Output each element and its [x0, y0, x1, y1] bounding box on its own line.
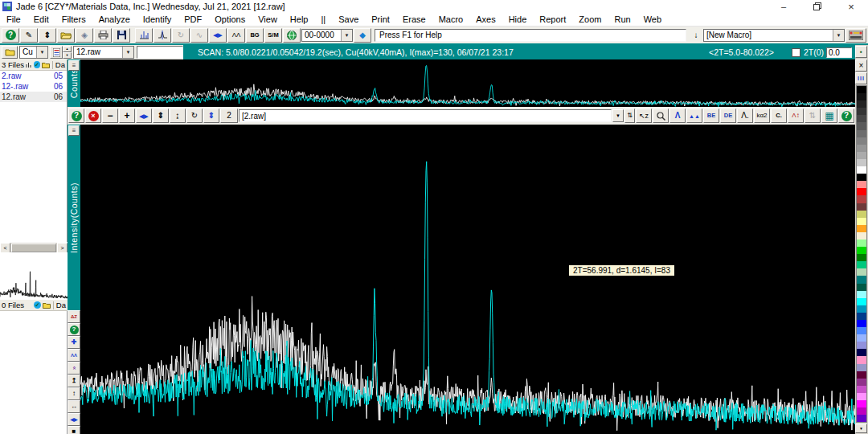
line-style-button[interactable]: III [855, 72, 867, 84]
smooth-button[interactable]: ∿ [190, 28, 208, 43]
chevron-down-icon[interactable]: ▼ [122, 47, 133, 58]
menu-item-pdf[interactable]: PDF [178, 14, 208, 24]
open-file-button[interactable] [57, 28, 75, 43]
zoom-tool-button[interactable] [653, 108, 669, 123]
menu-item-separator[interactable]: || [314, 14, 332, 24]
chevron-down-icon[interactable]: ▼ [833, 30, 844, 41]
color-swatch[interactable] [857, 225, 866, 232]
menu-item-help[interactable]: Help [284, 14, 315, 24]
color-swatch[interactable] [857, 181, 866, 188]
scrollbar-thumb[interactable] [11, 244, 56, 252]
fit-width-button[interactable]: ↔ [68, 400, 80, 413]
peak-scale-button[interactable]: Λ↕ [788, 108, 804, 123]
normalize-button[interactable]: ⇕ [203, 108, 219, 123]
current-file-combo[interactable]: 12.raw ▼ [73, 46, 134, 59]
color-swatch[interactable] [857, 268, 866, 276]
thumbnail-scrollbar[interactable]: < > [0, 242, 68, 252]
color-swatch[interactable] [857, 195, 866, 203]
save-button[interactable] [113, 28, 130, 43]
grid-toggle-button[interactable]: ▦ [821, 108, 837, 123]
color-swatch[interactable] [857, 174, 866, 181]
color-swatch[interactable] [857, 159, 866, 166]
pan-button[interactable]: ✚ [68, 336, 80, 349]
menu-item-save[interactable]: Save [332, 14, 365, 24]
color-swatch[interactable] [857, 188, 866, 195]
file-row[interactable]: 2.raw05 [0, 71, 67, 81]
color-swatch[interactable] [857, 327, 866, 334]
anode-combo[interactable]: Cu ▼ [19, 46, 48, 59]
cursor-mode-button[interactable]: ↖z [636, 108, 652, 123]
zoom-in-button[interactable]: + [119, 108, 135, 123]
ka2-strip-button[interactable]: kα2 [754, 108, 770, 123]
color-swatch[interactable] [857, 334, 866, 342]
color-swatch[interactable] [857, 305, 866, 313]
data-edit-button[interactable]: DE [720, 108, 736, 123]
color-swatch[interactable] [857, 240, 866, 247]
color-swatch[interactable] [857, 320, 866, 327]
overlay-spinner[interactable]: ⇅ [624, 108, 635, 123]
pdf-database-button[interactable] [283, 28, 301, 43]
collapse-button[interactable]: « [68, 362, 80, 375]
menu-item-report[interactable]: Report [533, 14, 572, 24]
color-swatch[interactable] [857, 247, 866, 254]
menu-item-options[interactable]: Options [208, 14, 252, 24]
menu-item-view[interactable]: View [252, 14, 284, 24]
color-swatch[interactable] [857, 407, 866, 415]
menu-item-axes[interactable]: Axes [469, 14, 502, 24]
delta-z-button[interactable]: ΔZ [68, 310, 80, 323]
color-swatch[interactable] [857, 232, 866, 240]
color-swatch[interactable] [857, 364, 866, 371]
pattern-thumbnail[interactable] [0, 252, 68, 300]
peak-cursor-button[interactable] [154, 28, 171, 43]
color-swatch[interactable] [857, 166, 866, 174]
color-swatch[interactable] [857, 100, 866, 108]
color-swatch[interactable] [857, 393, 866, 400]
color-swatch[interactable] [857, 218, 866, 225]
folder-button[interactable] [2, 46, 18, 59]
overlay-file-field[interactable]: [2.raw] [239, 109, 612, 122]
color-swatch[interactable] [857, 108, 866, 115]
plot-help2-button[interactable]: ? [838, 108, 854, 123]
color-swatch[interactable] [857, 356, 866, 363]
area-fill-button[interactable]: ▲▲ [686, 108, 702, 123]
minimize-button[interactable]: – [767, 0, 800, 13]
color-swatch[interactable] [857, 379, 866, 386]
overlay-dropdown-button[interactable]: ▼ [612, 109, 624, 122]
color-swatch[interactable] [857, 349, 866, 356]
peak-id-button[interactable]: Λ [669, 108, 686, 123]
color-swatch[interactable] [857, 261, 866, 268]
color-swatch[interactable] [857, 371, 866, 379]
menu-item-print[interactable]: Print [365, 14, 396, 24]
help-button[interactable]: ? [2, 28, 19, 43]
retrieve-pdf-button[interactable]: ◆ [354, 28, 371, 43]
file-row[interactable]: 12-.raw06 [0, 81, 67, 92]
scale-top-button[interactable]: ↥ [68, 375, 80, 387]
main-pattern-plot[interactable]: 2T=56.991, d=1.6145, I=83 [80, 125, 855, 434]
background-button[interactable]: BG [246, 28, 264, 43]
color-swatch[interactable] [857, 276, 866, 283]
color-swatch[interactable] [857, 415, 866, 422]
menu-item-analyze[interactable]: Analyze [92, 14, 137, 24]
color-swatch[interactable] [857, 386, 866, 393]
color-swatch[interactable] [857, 284, 866, 291]
menu-item-macro[interactable]: Macro [432, 14, 470, 24]
color-swatch[interactable] [857, 254, 866, 261]
file-row[interactable]: 12.raw06 [0, 92, 67, 102]
color-swatch[interactable] [857, 122, 866, 129]
calibrate-button[interactable]: C. [771, 108, 787, 123]
menu-item-file[interactable]: File [0, 14, 27, 24]
palette-close-button[interactable]: × [855, 59, 867, 72]
color-swatch[interactable] [857, 313, 866, 320]
menu-item-identify[interactable]: Identify [137, 14, 178, 24]
scale-updown-button[interactable]: ⇕ [39, 28, 56, 43]
scroll-left-icon[interactable]: < [0, 243, 10, 253]
panel-grip[interactable]: ≡ [68, 60, 80, 71]
smooth-merge-button[interactable]: S/M [264, 28, 282, 43]
color-swatch[interactable] [857, 130, 866, 137]
profile-fit-button[interactable]: ΛΛ [227, 28, 245, 43]
background-edit-button[interactable]: BE [703, 108, 719, 123]
menu-item-filters[interactable]: Filters [55, 14, 92, 24]
color-swatch[interactable] [857, 93, 866, 100]
edit-tool-button[interactable]: ✎ [20, 28, 38, 43]
panel-grip[interactable]: ≡ [68, 125, 80, 136]
